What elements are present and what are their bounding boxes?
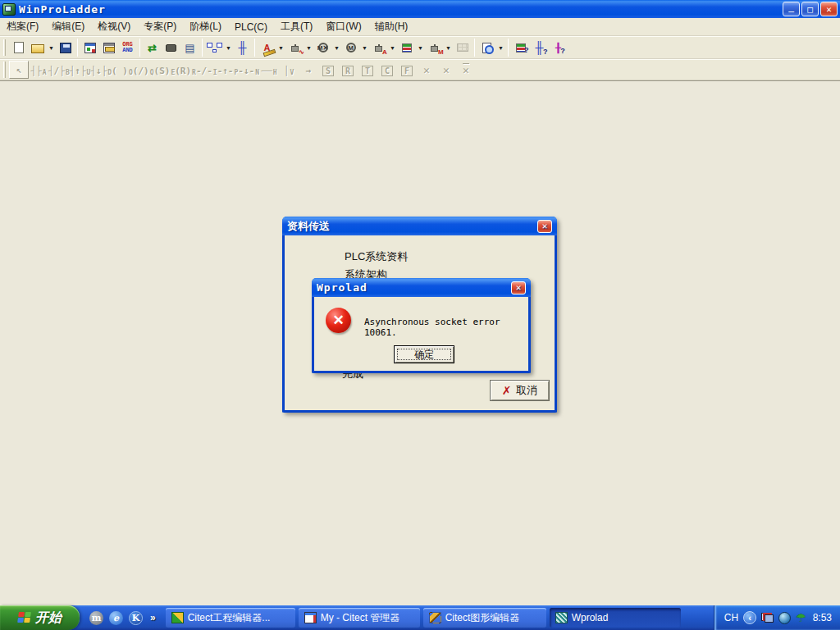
ladder-tool-A[interactable]: ┤├A (29, 61, 48, 79)
menu-item-8[interactable]: 辅助(H) (368, 17, 415, 36)
cancel-label: 取消 (516, 383, 537, 398)
taskbar-button-icon-3 (555, 612, 568, 623)
ladder-tool-D[interactable]: ┤↓├D (90, 61, 112, 79)
toolbar-grip[interactable] (3, 62, 6, 78)
quick-launch-chevron[interactable]: » (150, 612, 156, 623)
plug-run-icon: ∿ (291, 46, 299, 52)
taskbar-button-1[interactable]: My - Citect 管理器 (299, 608, 420, 628)
ladder-tool-✕[interactable]: ✕ (417, 61, 436, 79)
ok-button[interactable]: 确定 (394, 345, 454, 363)
network-tray-icon[interactable] (761, 613, 774, 623)
start-button[interactable]: 开始 (0, 605, 80, 630)
transfer-dialog-titlebar[interactable]: 资料传送 ✕ (282, 217, 557, 235)
maxthon-icon[interactable]: m (89, 611, 103, 625)
separator (139, 39, 140, 57)
find-view-button[interactable] (477, 39, 496, 57)
ladder-tool-F[interactable]: F (397, 61, 417, 79)
instruction-view-button[interactable]: ORGAND (118, 39, 137, 57)
antivirus-umbrella-icon[interactable]: ☂ (796, 611, 806, 624)
ladder-window-button[interactable] (99, 39, 118, 57)
motor-stop-button[interactable]: M✕ (313, 39, 332, 57)
menu-item-7[interactable]: 窗口(W) (319, 17, 368, 36)
ladder-tool-V[interactable]: │V (279, 61, 299, 79)
taskbar-button-3[interactable]: Wprolad (550, 608, 681, 628)
cancel-button[interactable]: ✗ 取消 (490, 380, 550, 401)
plc-run-button[interactable]: ∿ (285, 39, 304, 57)
help-contact-button[interactable]: ╂? (549, 39, 568, 57)
save-button[interactable] (56, 39, 75, 57)
ladder-tool-O[interactable]: ( )O (112, 61, 133, 79)
menu-item-1[interactable]: 编辑(E) (45, 17, 91, 36)
motor-stop-dropdown[interactable]: ▼ (332, 39, 341, 57)
error-dialog-titlebar[interactable]: Wprolad ✕ (312, 278, 531, 297)
ladder-tool-B[interactable]: ┤/├B (48, 61, 70, 79)
table-button-disabled[interactable] (453, 39, 472, 57)
ladder-tool-R[interactable]: (R)R (175, 61, 196, 79)
ladder-tool-T[interactable]: T (358, 61, 377, 79)
project-window-button[interactable] (80, 39, 99, 57)
motor-dropdown[interactable]: ▼ (360, 39, 369, 57)
menu-item-2[interactable]: 检视(V) (91, 17, 137, 36)
transfer-dialog-title: 资料传送 (287, 219, 330, 234)
maximize-button[interactable]: □ (801, 2, 819, 16)
transfer-dialog-close-button[interactable]: ✕ (537, 220, 552, 233)
plug-a-button[interactable]: A (369, 39, 388, 57)
minimize-button[interactable]: ─ (783, 2, 800, 16)
network-tree-button[interactable] (205, 39, 224, 57)
menu-item-4[interactable]: 阶梯(L) (183, 17, 228, 36)
network-dropdown[interactable]: ▼ (224, 39, 233, 57)
plug-a-icon: A (375, 46, 382, 52)
motor-button[interactable]: M (341, 39, 360, 57)
ladder-tool-U[interactable]: ┤↑├U (70, 61, 91, 79)
app-tray-icon[interactable] (778, 612, 791, 624)
plug-m-dropdown[interactable]: ▼ (444, 39, 453, 57)
error-dialog-close-button[interactable]: ✕ (511, 281, 526, 294)
ladder-tool-Q[interactable]: (/)Q (133, 61, 154, 79)
plug-m-button[interactable]: M (425, 39, 444, 57)
ladder-tool-N[interactable]: -↓-N (238, 61, 259, 79)
ladder-tool-✕[interactable]: ✕ (456, 61, 476, 79)
ladder-tool-E[interactable]: (S)E (154, 61, 176, 79)
toolbar-grip[interactable] (3, 39, 6, 56)
internet-explorer-icon[interactable]: e (109, 611, 123, 625)
register-book-button[interactable]: ▤ (180, 39, 199, 57)
taskbar-button-0[interactable]: Citect工程编辑器... (166, 608, 295, 628)
ladder-tool-H[interactable]: ──H (259, 61, 279, 79)
ladder-tool-I[interactable]: -/-I (196, 61, 217, 79)
open-dropdown[interactable]: ▼ (47, 39, 56, 57)
menu-item-6[interactable]: 工具(T) (274, 17, 319, 36)
edit-element-dropdown[interactable]: ▼ (276, 39, 285, 57)
ladder-tool-✕[interactable]: ✕ (436, 61, 456, 79)
ladder-tool-S[interactable]: S (318, 61, 338, 79)
ladder-tool-↖[interactable]: ↖ (9, 61, 29, 79)
edit-element-button[interactable]: A (258, 39, 276, 57)
plc-run-dropdown[interactable]: ▼ (304, 39, 313, 57)
ladder-tool-P[interactable]: -↑-P (217, 61, 239, 79)
plc-transfer-button[interactable]: ⇄ (143, 39, 162, 57)
ladder-tool-C[interactable]: C (377, 61, 397, 79)
status-list-button[interactable] (397, 39, 416, 57)
plc-chip-button[interactable] (162, 39, 180, 57)
open-project-button[interactable] (28, 39, 47, 57)
help-ladder-button[interactable]: ╫? (530, 39, 549, 57)
taskbar: 开始 m e K » Citect工程编辑器...My - Citect 管理器… (0, 605, 840, 630)
status-list-dropdown[interactable]: ▼ (416, 39, 425, 57)
taskbar-button-2[interactable]: Citect图形编辑器 (423, 608, 546, 628)
menu-item-5[interactable]: PLC(C) (228, 19, 274, 35)
clock[interactable]: 8:53 (813, 612, 832, 623)
find-view-dropdown[interactable]: ▼ (496, 39, 505, 57)
menubar: 档案(F)编辑(E)检视(V)专案(P)阶梯(L)PLC(C)工具(T)窗口(W… (0, 18, 840, 36)
k-app-icon[interactable]: K (129, 611, 143, 625)
hide-icons-button[interactable]: ‹ (743, 611, 756, 624)
menu-item-0[interactable]: 档案(F) (0, 17, 45, 36)
ladder-network-button[interactable]: ╫ (233, 39, 252, 57)
ladder-tool-→[interactable]: → (299, 61, 318, 79)
close-button[interactable]: ✕ (820, 2, 838, 16)
plug-a-dropdown[interactable]: ▼ (388, 39, 397, 57)
help-status-button[interactable]: ? (511, 39, 530, 57)
menu-item-3[interactable]: 专案(P) (137, 17, 183, 36)
ladder-tool-R[interactable]: R (338, 61, 358, 79)
language-indicator[interactable]: CH (724, 612, 738, 623)
new-document-button[interactable] (9, 39, 28, 57)
window-titlebar[interactable]: WinProLadder ─ □ ✕ (0, 0, 840, 18)
